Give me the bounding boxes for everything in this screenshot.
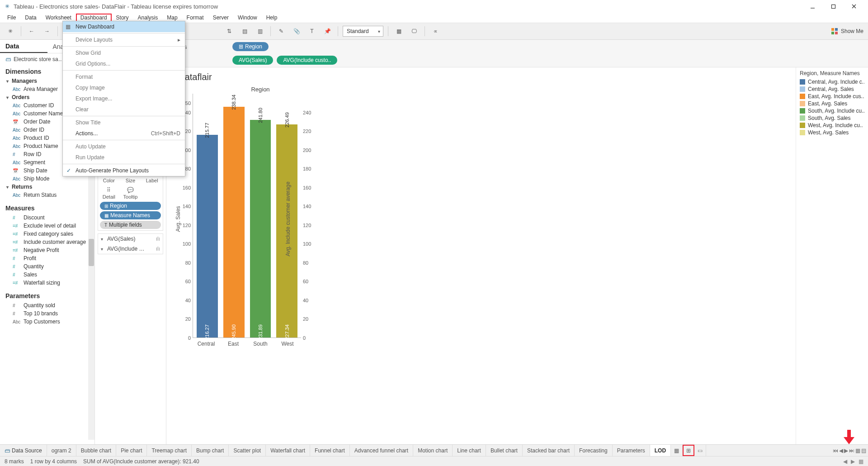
legend-item[interactable]: East, Avg. Sales [800, 100, 864, 107]
legend-item[interactable]: Central, Avg. Include c.. [800, 78, 864, 86]
tab-datasource[interactable]: 🗃Data Source [0, 445, 47, 456]
sheet-tab[interactable]: Funnel chart [310, 445, 350, 456]
legend-item[interactable]: West, Avg. Include cu.. [800, 122, 864, 129]
tab-nav-filmstrip-icon[interactable]: ▦ [855, 447, 860, 454]
show-me-button[interactable]: Show Me [831, 28, 863, 35]
sheet-tab[interactable]: Bump chart [192, 445, 229, 456]
close-button[interactable] [844, 0, 864, 13]
field-include-cust[interactable]: =#Include customer average [3, 238, 93, 246]
new-dashboard-button[interactable]: ⊞ [683, 445, 694, 456]
highlight-icon[interactable]: ✎ [275, 25, 287, 37]
bar-east[interactable]: 238.34245.90 [223, 107, 245, 338]
rows-pill-avg-include[interactable]: AVG(Include custo.. [277, 56, 337, 65]
field-discount[interactable]: #Discount [3, 214, 93, 222]
marks-pill-multiple[interactable]: TMultiple fields [100, 221, 161, 229]
legend-item[interactable]: West, Avg. Sales [800, 129, 864, 136]
tab-nav-next-icon[interactable]: ▶ [844, 447, 848, 454]
param-qty-sold[interactable]: #Quantity sold [3, 301, 93, 309]
menu-show-grid[interactable]: Show Grid [63, 48, 185, 58]
tab-data[interactable]: Data [0, 40, 47, 53]
pin-icon[interactable]: 📌 [321, 25, 333, 37]
menu-run-update[interactable]: Run Update [63, 152, 185, 163]
sheet-title[interactable]: - Dataflair [166, 67, 796, 84]
tab-nav-last-icon[interactable]: ⏭ [849, 447, 854, 454]
marks-detail[interactable]: ⠿Detail [98, 184, 120, 200]
param-top-cust[interactable]: AbcTop Customers [3, 318, 93, 326]
rows-pill-avg-sales[interactable]: AVG(Sales) [232, 56, 273, 65]
rows-shelf[interactable]: AVG(Sales) AVG(Include custo.. [166, 53, 868, 67]
field-profit[interactable]: #Profit [3, 254, 93, 262]
sort-desc-icon[interactable]: ▥ [254, 25, 266, 37]
sheet-tab[interactable]: Parameters [613, 445, 650, 456]
sheet-tab[interactable]: Forecasting [575, 445, 613, 456]
group-icon[interactable]: 📎 [291, 25, 302, 37]
menu-copy-image[interactable]: Copy Image [63, 82, 185, 93]
group-returns[interactable]: ▾Returns [3, 183, 93, 191]
new-worksheet-button[interactable]: ▦ [671, 445, 683, 456]
param-top10[interactable]: #Top 10 brands [3, 309, 93, 318]
field-neg-profit[interactable]: =#Negative Profit [3, 246, 93, 254]
sheet-tab[interactable]: Line chart [453, 445, 486, 456]
menu-auto-phone-layouts[interactable]: ✓ Auto-Generate Phone Layouts [63, 165, 185, 176]
sheet-tab[interactable]: ogram 2 [47, 445, 76, 456]
fit-dropdown[interactable]: Standard [343, 26, 383, 37]
menu-format-dash[interactable]: Format [63, 71, 185, 82]
menu-grid-options[interactable]: Grid Options... [63, 58, 185, 69]
menu-window[interactable]: Window [233, 14, 262, 22]
bar-central[interactable]: 215.77216.27 [197, 135, 218, 338]
status-nav-prev-icon[interactable]: ◀ [843, 458, 847, 465]
legend-item[interactable]: South, Avg. Include cu.. [800, 107, 864, 114]
sheet-tab[interactable]: Treemap chart [147, 445, 192, 456]
tab-nav-first-icon[interactable]: ⏮ [833, 447, 838, 454]
marks-pill-region[interactable]: ⊞Region [100, 202, 161, 210]
sheet-tab[interactable]: Advanced funnel chart [350, 445, 413, 456]
field-sales[interactable]: #Sales [3, 271, 93, 279]
field-quantity[interactable]: #Quantity [3, 262, 93, 271]
menu-server[interactable]: Server [208, 14, 233, 22]
sheet-tab[interactable]: Waterfall chart [266, 445, 310, 456]
sheet-tab[interactable]: Pie chart [116, 445, 147, 456]
presentation-icon[interactable]: 🖵 [408, 25, 420, 37]
status-nav-grid-icon[interactable]: ▦ [859, 458, 863, 465]
menu-actions[interactable]: Actions... Ctrl+Shift+D [63, 128, 185, 139]
status-nav-next-icon[interactable]: ▶ [851, 458, 855, 465]
menu-file[interactable]: File [3, 14, 20, 22]
maximize-button[interactable] [823, 0, 844, 13]
columns-shelf[interactable]: …mns ⊞Region [166, 40, 868, 53]
marks-tooltip[interactable]: 💬Tooltip [120, 184, 142, 200]
tab-nav-prev-icon[interactable]: ◀ [839, 447, 843, 454]
field-exclude-lod[interactable]: =#Exclude level of detail [3, 222, 93, 230]
menu-device-layouts[interactable]: Device Layouts ▸ [63, 34, 185, 45]
redo-arrow-icon[interactable]: → [41, 25, 53, 37]
menu-new-dashboard[interactable]: ▦ New Dashboard [63, 21, 185, 32]
menu-format[interactable]: Format [182, 14, 208, 22]
menu-export-image[interactable]: Export Image... [63, 93, 185, 104]
sheet-tab[interactable]: LOD [650, 445, 671, 456]
sort-asc-icon[interactable]: ▤ [239, 25, 250, 37]
sheet-tab[interactable]: Stacked bar chart [523, 445, 575, 456]
tab-nav-sort-icon[interactable]: ▤ [861, 447, 866, 454]
share-icon[interactable]: ∝ [429, 25, 441, 37]
sheet-tab[interactable]: Bullet chart [486, 445, 523, 456]
show-cards-icon[interactable]: ▦ [393, 25, 405, 37]
menu-clear[interactable]: Clear [63, 104, 185, 115]
menu-show-title[interactable]: Show Title [63, 117, 185, 128]
bar-south[interactable]: 241.80231.89 [250, 120, 271, 338]
sheet-tab[interactable]: Scatter plot [229, 445, 266, 456]
menu-help[interactable]: Help [262, 14, 282, 22]
field-waterfall[interactable]: =#Waterfall sizing [3, 279, 93, 287]
legend-item[interactable]: South, Avg. Sales [800, 114, 864, 122]
menu-auto-update[interactable]: Auto Update [63, 141, 185, 152]
text-label-icon[interactable]: T [306, 25, 318, 37]
field-return-status[interactable]: AbcReturn Status▾ [3, 191, 93, 199]
axis-avg-include[interactable]: ▾AVG(Include …ılı [98, 244, 163, 254]
columns-pill-region[interactable]: ⊞Region [232, 42, 269, 51]
sheet-tab[interactable]: Motion chart [413, 445, 453, 456]
marks-pill-measure-names[interactable]: ▦Measure Names [100, 211, 161, 219]
right-y-axis[interactable]: Avg. Include customer average 0204060801… [301, 94, 322, 338]
minimize-button[interactable] [802, 0, 823, 13]
swap-icon[interactable]: ⇅ [223, 25, 235, 37]
sheet-tab[interactable]: Bubble chart [76, 445, 116, 456]
new-story-button[interactable]: ▭ [694, 445, 706, 456]
tableau-start-icon[interactable]: ✳ [5, 25, 16, 37]
